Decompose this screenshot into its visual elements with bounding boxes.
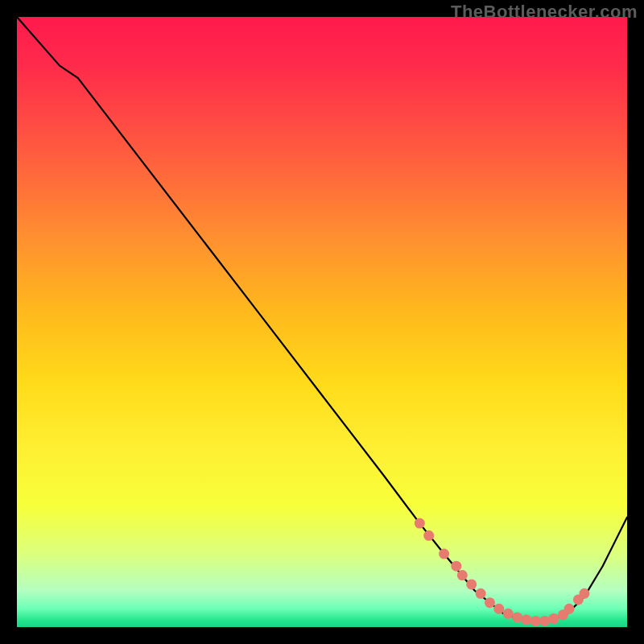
marker-dot xyxy=(423,530,434,541)
curve-line xyxy=(17,17,627,621)
marker-dots xyxy=(415,518,590,626)
chart-frame: TheBottlenecker.com xyxy=(0,0,644,644)
marker-dot xyxy=(539,616,550,626)
marker-dot xyxy=(466,579,477,589)
marker-dot xyxy=(503,609,514,619)
marker-dot xyxy=(485,597,495,608)
marker-dot xyxy=(579,588,589,599)
marker-dot xyxy=(439,549,449,559)
marker-dot xyxy=(512,612,522,622)
marker-dot xyxy=(521,614,531,625)
marker-dot xyxy=(451,561,461,572)
watermark-text: TheBottlenecker.com xyxy=(451,2,638,23)
marker-dot xyxy=(415,518,425,529)
marker-dot xyxy=(457,570,468,580)
marker-dot xyxy=(549,613,559,624)
marker-dot xyxy=(564,604,575,614)
plot-area xyxy=(17,17,627,627)
marker-dot xyxy=(493,604,504,614)
marker-dot xyxy=(476,588,486,599)
chart-overlay xyxy=(17,17,627,627)
marker-dot xyxy=(530,616,541,626)
